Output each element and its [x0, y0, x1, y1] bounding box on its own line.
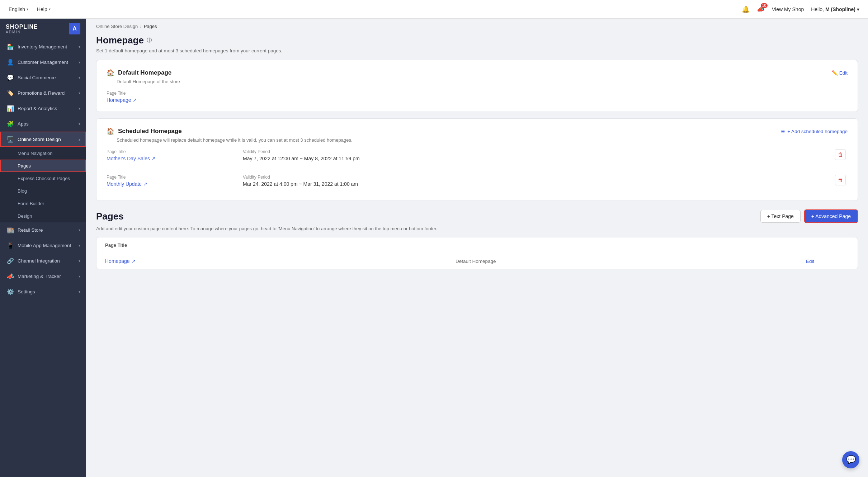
chat-icon: 💬	[846, 455, 856, 464]
channel-icon: 🔗	[7, 258, 14, 264]
scheduled-subtitle: Scheduled homepage will replace default …	[117, 137, 848, 143]
monthly-update-link[interactable]: Monthly Update ↗	[107, 181, 243, 187]
sidebar-item-report[interactable]: 📊 Report & Analytics ▾	[0, 101, 86, 116]
page-title-label-1: Page Title	[107, 149, 243, 154]
view-my-shop-link[interactable]: View My Shop	[772, 6, 804, 12]
sidebar-item-label: Apps	[18, 121, 29, 127]
sidebar-item-inventory[interactable]: 🏪 Inventory Management ▾	[0, 39, 86, 55]
pages-section-header: Pages + Text Page + Advanced Page	[96, 209, 858, 223]
sidebar-item-channel[interactable]: 🔗 Channel Integration ▾	[0, 253, 86, 269]
homepage-edit-link[interactable]: Edit	[806, 259, 814, 264]
sidebar-sub-item-label: Pages	[18, 163, 31, 169]
home-icon: 🏠	[107, 127, 114, 135]
advanced-page-button[interactable]: + Advanced Page	[804, 209, 858, 223]
chevron-down-icon: ▾	[27, 7, 28, 11]
sidebar-item-label: Online Store Design	[18, 137, 61, 142]
default-homepage-title: Default Homepage	[118, 69, 171, 76]
notification-badge: 10	[761, 3, 768, 8]
sidebar-item-social[interactable]: 💬 Social Commerce ▾	[0, 70, 86, 85]
sidebar-item-label: Channel Integration	[18, 258, 60, 264]
page-title-value-2: Monthly Update ↗	[107, 181, 243, 187]
homepage-subtitle: Set 1 default homepage and at most 3 sch…	[96, 48, 858, 53]
pages-table: Page Title Homepage ↗ Default Homepage E…	[96, 237, 858, 269]
external-link-icon: ↗	[151, 156, 156, 161]
homepage-link[interactable]: Homepage ↗	[107, 97, 848, 103]
main-content: Online Store Design › Pages Homepage ⓘ S…	[86, 19, 868, 477]
chevron-down-icon: ▾	[857, 6, 859, 12]
sidebar-item-express-checkout[interactable]: Express Checkout Pages	[0, 172, 86, 185]
chevron-down-icon: ▾	[79, 259, 80, 263]
text-page-button[interactable]: + Text Page	[760, 210, 801, 223]
pages-heading: Pages	[96, 211, 124, 222]
settings-icon: ⚙️	[7, 288, 14, 295]
breadcrumb: Online Store Design › Pages	[86, 19, 868, 32]
sidebar-item-apps[interactable]: 🧩 Apps ▾	[0, 116, 86, 132]
chevron-down-icon: ▾	[79, 60, 80, 64]
scheduled-entry-2: Page Title Monthly Update ↗ Validity Per…	[107, 175, 848, 187]
user-menu[interactable]: Hello, M (Shopline) ▾	[811, 6, 859, 12]
edit-link[interactable]: ✏️ Edit	[832, 70, 848, 76]
sidebar-item-label: Mobile App Management	[18, 243, 71, 248]
logo-shopline: SHOPLINE	[6, 24, 38, 30]
sidebar-item-promotions[interactable]: 🏷️ Promotions & Reward ▾	[0, 85, 86, 101]
pages-table-header: Page Title	[96, 237, 858, 253]
chevron-down-icon: ▾	[79, 91, 80, 95]
sidebar-item-label: Retail Store	[18, 227, 43, 233]
sidebar-sub-item-label: Menu Navigation	[18, 151, 53, 156]
validity-label-2: Validity Period	[243, 175, 833, 180]
sidebar-item-mobile[interactable]: 📱 Mobile App Management ▾	[0, 238, 86, 253]
sidebar-item-pages[interactable]: Pages	[0, 160, 86, 172]
mothers-day-sales-link[interactable]: Mother's Day Sales ↗	[107, 156, 243, 161]
sidebar-item-customer[interactable]: 👤 Customer Management ▾	[0, 55, 86, 70]
sidebar-item-form-builder[interactable]: Form Builder	[0, 197, 86, 210]
table-row: Homepage ↗ Default Homepage Edit	[96, 253, 858, 269]
delete-entry-1-button[interactable]: 🗑	[835, 149, 846, 160]
marketing-icon: 📣	[7, 273, 14, 280]
sidebar-item-settings[interactable]: ⚙️ Settings ▾	[0, 284, 86, 299]
add-scheduled-homepage-link[interactable]: ⊕ + Add scheduled homepage	[781, 128, 848, 134]
header-left: English ▾ Help ▾	[9, 6, 51, 12]
sidebar-logo: SHOPLINE ADMIN A	[0, 19, 86, 39]
external-link-icon: ↗	[131, 258, 136, 264]
announcement-icon[interactable]: 📣 10	[757, 5, 765, 13]
scheduled-homepage-title: Scheduled Homepage	[118, 128, 182, 135]
info-icon[interactable]: ⓘ	[147, 37, 152, 44]
breadcrumb-separator: ›	[140, 24, 141, 29]
sidebar-item-blog[interactable]: Blog	[0, 185, 86, 197]
home-icon: 🏠	[107, 69, 114, 77]
chevron-down-icon: ▾	[79, 274, 80, 278]
homepage-table-link[interactable]: Homepage ↗	[105, 258, 456, 264]
delete-entry-2-button[interactable]: 🗑	[835, 175, 846, 185]
table-cell-page-title: Homepage ↗	[105, 258, 456, 264]
sidebar-item-design[interactable]: Design	[0, 210, 86, 222]
breadcrumb-parent[interactable]: Online Store Design	[96, 24, 138, 29]
sidebar-item-marketing[interactable]: 📣 Marketing & Tracker ▾	[0, 269, 86, 284]
page-title-value: Homepage ↗	[107, 97, 848, 103]
online-store-icon: 🖥️	[7, 136, 14, 143]
help-selector[interactable]: Help ▾	[37, 6, 51, 12]
sidebar-item-menu-navigation[interactable]: Menu Navigation	[0, 147, 86, 160]
notification-bell[interactable]: 🔔	[742, 5, 750, 13]
pages-title: Pages	[96, 211, 124, 222]
sidebar-item-label: Social Commerce	[18, 75, 56, 80]
sidebar-item-label: Promotions & Reward	[18, 90, 65, 96]
chat-fab-button[interactable]: 💬	[842, 451, 859, 468]
default-homepage-desc: Default Homepage of the store	[117, 79, 848, 84]
chevron-down-icon: ▾	[79, 228, 80, 232]
inventory-icon: 🏪	[7, 43, 14, 50]
sidebar-item-label: Customer Management	[18, 60, 68, 65]
logo-admin: ADMIN	[6, 30, 38, 34]
validity-label-1: Validity Period	[243, 149, 833, 154]
language-selector[interactable]: English ▾	[9, 6, 28, 12]
top-header: English ▾ Help ▾ 🔔 📣 10 View My Shop Hel…	[0, 0, 868, 19]
customer-icon: 👤	[7, 59, 14, 66]
sidebar-sub-item-label: Form Builder	[18, 201, 44, 206]
report-icon: 📊	[7, 105, 14, 112]
pages-subtitle: Add and edit your custom page content he…	[96, 226, 858, 231]
sidebar-item-retail[interactable]: 🏬 Retail Store ▾	[0, 222, 86, 238]
sidebar-item-online-store[interactable]: 🖥️ Online Store Design ▴	[0, 132, 86, 147]
chevron-down-icon: ▾	[79, 76, 80, 80]
online-store-submenu: Menu Navigation Pages Express Checkout P…	[0, 147, 86, 222]
edit-pencil-icon: ✏️	[832, 70, 838, 76]
table-cell-desc: Default Homepage	[456, 259, 806, 264]
